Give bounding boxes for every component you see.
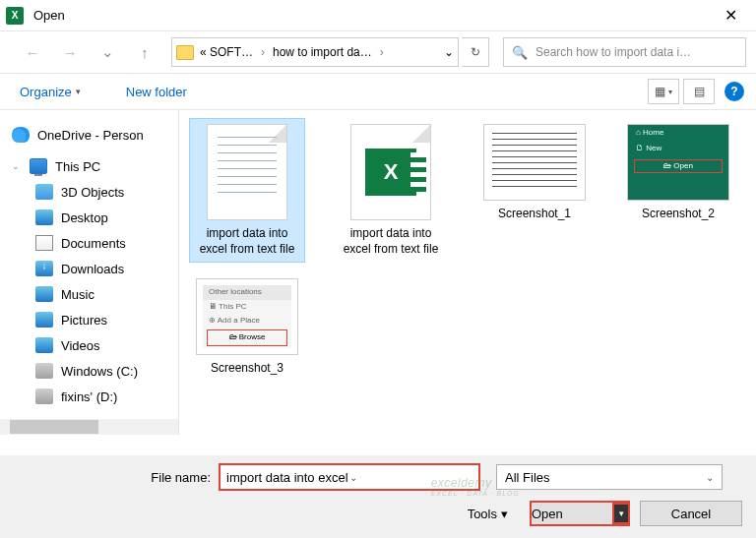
help-button[interactable]: ? — [724, 82, 744, 101]
music-icon — [35, 286, 53, 302]
chevron-right-icon: › — [378, 45, 386, 59]
search-placeholder: Search how to import data i… — [536, 45, 691, 59]
up-button[interactable]: ↑ — [128, 37, 161, 67]
sidebar-onedrive[interactable]: OneDrive - Person — [0, 122, 178, 148]
search-icon: 🔍 — [512, 45, 528, 60]
file-label: Screenshot_2 — [642, 207, 715, 222]
sidebar-scrollbar[interactable] — [0, 419, 178, 435]
path-chevron-icon[interactable]: ⌄ — [444, 45, 454, 59]
image-thumb: ⌂ Home 🗋 New 🗁 Open — [627, 124, 729, 201]
chevron-down-icon: ▾ — [501, 507, 508, 521]
open-button[interactable]: Open ▾ — [530, 501, 630, 526]
chevron-down-icon[interactable]: ⌄ — [706, 472, 714, 483]
cancel-button[interactable]: Cancel — [640, 501, 742, 526]
file-label: import data into excel from text file — [191, 226, 303, 257]
file-item-txt-selected[interactable]: import data into excel from text file — [189, 118, 305, 263]
videos-icon — [35, 337, 53, 353]
recent-chevron-icon[interactable]: ⌄ — [91, 37, 124, 67]
expand-icon[interactable]: ⌄ — [12, 161, 22, 171]
sidebar-item-drive-d[interactable]: fixins' (D:) — [0, 384, 178, 409]
3d-objects-icon — [35, 184, 53, 200]
drive-icon — [35, 363, 53, 379]
refresh-button[interactable]: ↻ — [462, 37, 489, 67]
sidebar-item-music[interactable]: Music — [0, 281, 178, 307]
back-button[interactable]: ← — [16, 37, 49, 67]
file-label: Screenshot_3 — [211, 361, 284, 377]
close-button[interactable]: ✕ — [711, 6, 750, 25]
documents-icon — [35, 235, 53, 251]
chevron-down-icon: ▾ — [668, 88, 672, 96]
drive-icon — [35, 389, 53, 404]
file-item-screenshot-3[interactable]: Other locations 🖥 This PC ⊕ Add a Place … — [189, 272, 305, 383]
downloads-icon — [35, 261, 53, 276]
sidebar-item-pictures[interactable]: Pictures — [0, 307, 178, 332]
bottom-panel: File name: import data into excel from t… — [0, 455, 756, 538]
tools-menu[interactable]: Tools ▾ — [468, 507, 508, 521]
excel-file-icon: X — [350, 124, 431, 220]
image-thumb — [483, 124, 586, 201]
preview-icon: ▤ — [694, 85, 705, 98]
filename-label: File name: — [14, 470, 211, 485]
image-thumb: Other locations 🖥 This PC ⊕ Add a Place … — [196, 278, 298, 355]
excel-app-icon: X — [6, 7, 24, 25]
file-item-screenshot-1[interactable]: Screenshot_1 — [476, 118, 593, 263]
sidebar: OneDrive - Person ⌄ This PC 3D Objects D… — [0, 110, 179, 435]
breadcrumb[interactable]: « SOFT… › how to import da… › ⌄ — [171, 37, 459, 67]
filename-input[interactable]: import data into excel from text file ⌄ — [219, 463, 480, 491]
pc-icon — [30, 158, 47, 174]
forward-button[interactable]: → — [53, 37, 87, 67]
sidebar-item-downloads[interactable]: Downloads — [0, 256, 178, 281]
pictures-icon — [35, 312, 53, 328]
search-input[interactable]: 🔍 Search how to import data i… — [503, 37, 746, 67]
crumb-1[interactable]: « SOFT… — [196, 45, 257, 59]
toolbar: Organize ▾ New folder ▦ ▾ ▤ ? — [0, 73, 756, 110]
view-mode-button[interactable]: ▦ ▾ — [648, 79, 679, 104]
sidebar-item-3d[interactable]: 3D Objects — [0, 179, 178, 205]
chevron-down-icon[interactable]: ⌄ — [349, 472, 472, 483]
sidebar-this-pc[interactable]: ⌄ This PC — [0, 153, 178, 179]
file-item-screenshot-2[interactable]: ⌂ Home 🗋 New 🗁 Open Screenshot_2 — [620, 118, 736, 263]
preview-pane-button[interactable]: ▤ — [683, 79, 715, 104]
file-item-xlsx[interactable]: X import data into excel from text file — [333, 118, 449, 263]
filetype-select[interactable]: All Files ⌄ — [496, 464, 723, 490]
crumb-2[interactable]: how to import da… — [269, 45, 376, 59]
text-file-icon — [207, 124, 287, 220]
title-bar: X Open ✕ — [0, 0, 756, 31]
sidebar-item-documents[interactable]: Documents — [0, 230, 178, 256]
file-label: import data into excel from text file — [335, 226, 447, 257]
new-folder-button[interactable]: New folder — [118, 81, 195, 103]
grid-icon: ▦ — [655, 85, 665, 98]
organize-menu[interactable]: Organize ▾ — [12, 81, 89, 103]
desktop-icon — [35, 209, 53, 225]
onedrive-icon — [12, 127, 30, 143]
window-title: Open — [33, 8, 65, 23]
nav-bar: ← → ⌄ ↑ « SOFT… › how to import da… › ⌄ … — [0, 31, 756, 73]
sidebar-item-videos[interactable]: Videos — [0, 332, 178, 358]
folder-icon — [176, 45, 194, 60]
file-label: Screenshot_1 — [498, 207, 571, 222]
body: OneDrive - Person ⌄ This PC 3D Objects D… — [0, 110, 756, 435]
chevron-right-icon: › — [259, 45, 267, 59]
open-split-chevron[interactable]: ▾ — [612, 503, 630, 524]
chevron-down-icon: ▾ — [76, 87, 81, 96]
sidebar-item-drive-c[interactable]: Windows (C:) — [0, 358, 178, 384]
file-list: import data into excel from text file X … — [179, 110, 756, 435]
sidebar-item-desktop[interactable]: Desktop — [0, 205, 178, 230]
